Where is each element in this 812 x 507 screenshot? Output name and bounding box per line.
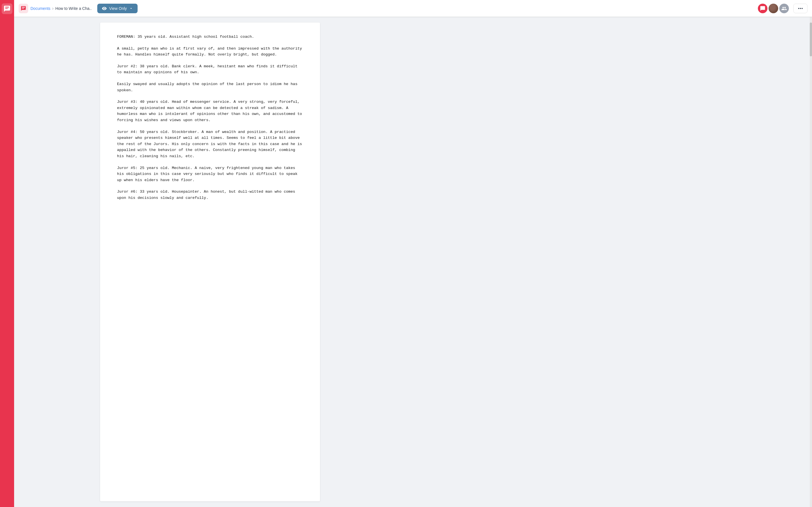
- document-paragraph: Easily swayed and usually adopts the opi…: [117, 81, 303, 93]
- view-only-label: View Only: [109, 6, 127, 11]
- document-paragraph: Juror #2: 38 years old. Bank clerk. A me…: [117, 63, 303, 75]
- document-paragraph: Juror #6: 33 years old. Housepainter. An…: [117, 189, 303, 201]
- breadcrumb-documents[interactable]: Documents: [31, 6, 50, 11]
- document-paragraph: Juror #4: 50 years old. Stockbroker. A m…: [117, 129, 303, 159]
- topbar-left: Documents › How to Write a Cha.. View On…: [18, 4, 406, 13]
- document-paragraph: Juror #5: 25 years old. Mechanic. A naiv…: [117, 165, 303, 183]
- document-paragraph: Juror #3: 40 years old. Head of messenge…: [117, 99, 303, 123]
- chevron-down-icon: [129, 6, 133, 10]
- app-logo[interactable]: [2, 3, 12, 14]
- main-content: FOREMAN: 35 years old. Assistant high sc…: [14, 17, 406, 507]
- breadcrumb-separator: ›: [52, 6, 54, 11]
- sidebar: [0, 0, 14, 507]
- breadcrumb: Documents › How to Write a Cha..: [31, 6, 92, 11]
- topbar: Documents › How to Write a Cha.. View On…: [14, 0, 406, 17]
- document-paragraph: FOREMAN: 35 years old. Assistant high sc…: [117, 34, 303, 40]
- document-text: FOREMAN: 35 years old. Assistant high sc…: [117, 34, 303, 201]
- document-container: FOREMAN: 35 years old. Assistant high sc…: [100, 22, 320, 501]
- document-paragraph: A small, petty man who is at first vary …: [117, 46, 303, 58]
- doc-icon-button[interactable]: [18, 4, 28, 13]
- view-only-button[interactable]: View Only: [97, 4, 138, 13]
- breadcrumb-current-doc: How to Write a Cha..: [55, 6, 92, 11]
- eye-icon: [102, 6, 107, 11]
